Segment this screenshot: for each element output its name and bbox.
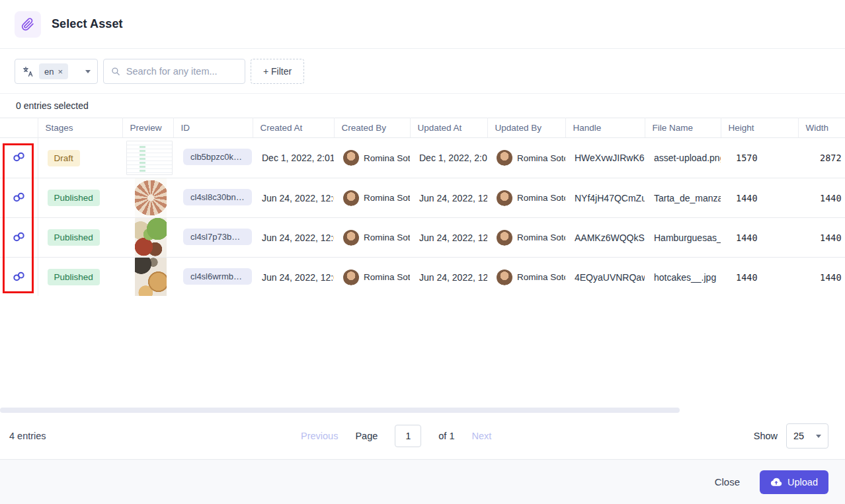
selection-status: 0 entries selected — [0, 94, 845, 118]
handle-cell: AAMKz6WQQkSpx — [565, 218, 645, 258]
stage-badge: Published — [48, 269, 100, 285]
asset-preview-thumbnail[interactable] — [135, 178, 167, 217]
avatar — [497, 190, 512, 206]
created-at-cell: Jun 24, 2022, 12:00 PM — [253, 178, 334, 218]
upload-button[interactable]: Upload — [760, 470, 828, 494]
horizontal-scrollbar[interactable] — [0, 408, 680, 413]
table-row[interactable]: Published cl4sl6wrmbua... Jun 24, 2022, … — [0, 258, 845, 297]
asset-id-chip[interactable]: cl4sl6wrmbua... — [183, 268, 252, 285]
user-name: Romina Soto — [517, 193, 565, 203]
stage-badge: Published — [48, 229, 100, 246]
column-header-updated-at[interactable]: Updated At — [410, 118, 487, 138]
width-cell: 1440 — [798, 218, 845, 258]
search-box[interactable] — [103, 59, 245, 84]
table-row[interactable]: Published cl4sl7p73bn9c... Jun 24, 2022,… — [0, 218, 845, 258]
action-bar: Close Upload — [0, 459, 845, 504]
width-cell: 2872 — [798, 138, 845, 178]
column-header-stages[interactable]: Stages — [38, 118, 122, 138]
locale-select[interactable]: en × — [15, 59, 98, 84]
created-by-cell: Romina Soto — [334, 138, 410, 178]
filter-button[interactable]: + Filter — [251, 59, 304, 84]
close-button[interactable]: Close — [715, 476, 740, 487]
previous-page-button[interactable]: Previous — [301, 431, 338, 441]
avatar — [497, 230, 512, 246]
column-header-created-at[interactable]: Created At — [253, 118, 334, 138]
asset-id-chip[interactable]: cl4sl7p73bn9c... — [183, 229, 252, 245]
toolbar: en × + Filter — [0, 50, 845, 94]
updated-at-cell: Jun 24, 2022, 12:00 PM — [410, 258, 487, 297]
chevron-down-icon — [85, 70, 91, 73]
file-name-cell: asset-upload.png — [645, 138, 721, 178]
updated-by-cell: Romina Soto — [487, 258, 565, 297]
width-cell: 1440 — [798, 178, 845, 218]
asset-id-chip[interactable]: clb5bpzc0kafx... — [183, 149, 252, 165]
page-size-value: 25 — [793, 431, 804, 441]
entries-count: 4 entries — [9, 419, 46, 452]
close-icon[interactable]: × — [58, 67, 63, 76]
table-row[interactable]: Published cl4sl8c30bnmi... Jun 24, 2022,… — [0, 178, 845, 218]
updated-by-cell: Romina Soto — [487, 178, 565, 218]
locale-chip[interactable]: en × — [39, 63, 68, 79]
upload-button-label: Upload — [787, 477, 818, 487]
user-name: Romina Soto — [364, 153, 410, 163]
asset-id-chip[interactable]: cl4sl8c30bnmi... — [183, 189, 252, 205]
pagination-bar: 4 entries Previous Page of 1 Next Show 2… — [0, 419, 845, 452]
column-header-handle[interactable]: Handle — [565, 118, 645, 138]
updated-by-cell: Romina Soto — [487, 218, 565, 258]
avatar — [497, 150, 512, 166]
pager: Previous Page of 1 Next — [301, 419, 491, 452]
page-size-control: Show 25 — [754, 419, 828, 452]
locale-chip-label: en — [44, 67, 54, 77]
column-header-height[interactable]: Height — [721, 118, 798, 138]
height-cell: 1440 — [721, 218, 798, 258]
asset-preview-thumbnail[interactable] — [135, 258, 167, 296]
link-icon[interactable] — [12, 230, 26, 244]
link-icon[interactable] — [12, 270, 26, 283]
column-header-file-name[interactable]: File Name — [645, 118, 721, 138]
avatar — [343, 270, 359, 285]
link-icon[interactable] — [12, 190, 26, 204]
column-header-preview[interactable]: Preview — [122, 118, 173, 138]
avatar — [343, 230, 359, 246]
dialog-title: Select Asset — [52, 17, 123, 31]
handle-cell: 4EQyaUVNRQaws — [565, 258, 645, 297]
page-of-label: of 1 — [438, 431, 454, 441]
user-name: Romina Soto — [517, 233, 565, 242]
asset-dialog-badge — [15, 11, 41, 38]
handle-cell: HWeXvwJIRwK6Cl — [565, 138, 645, 178]
chevron-down-icon — [816, 435, 821, 438]
translate-icon — [22, 65, 34, 78]
page-input[interactable] — [395, 425, 421, 447]
width-cell: 1440 — [798, 258, 845, 297]
show-label: Show — [754, 431, 778, 441]
column-header-id[interactable]: ID — [173, 118, 253, 138]
avatar — [497, 270, 512, 285]
created-at-cell: Dec 1, 2022, 2:01 PM — [253, 138, 334, 178]
page-size-select[interactable]: 25 — [786, 423, 828, 449]
link-icon[interactable] — [12, 150, 26, 164]
user-name: Romina Soto — [364, 193, 410, 203]
asset-preview-thumbnail[interactable] — [135, 218, 167, 257]
table-row[interactable]: Draft clb5bpzc0kafx... Dec 1, 2022, 2:01… — [0, 138, 845, 178]
file-name-cell: hotcakes__.jpg — [645, 258, 721, 297]
column-header-link — [0, 118, 38, 138]
column-header-created-by[interactable]: Created By — [334, 118, 410, 138]
created-by-cell: Romina Soto — [334, 218, 410, 258]
created-at-cell: Jun 24, 2022, 12:00 PM — [253, 218, 334, 258]
avatar — [343, 190, 359, 206]
table-header-row: Stages Preview ID Created At Created By … — [0, 118, 845, 138]
created-by-cell: Romina Soto — [334, 258, 410, 297]
height-cell: 1440 — [721, 178, 798, 218]
column-header-width[interactable]: Width — [798, 118, 845, 138]
next-page-button[interactable]: Next — [471, 431, 491, 441]
created-at-cell: Jun 24, 2022, 12:00 PM — [253, 258, 334, 297]
created-by-cell: Romina Soto — [334, 178, 410, 218]
updated-by-cell: Romina Soto — [487, 138, 565, 178]
asset-preview-thumbnail[interactable] — [126, 141, 173, 175]
user-name: Romina Soto — [364, 272, 410, 282]
search-input[interactable] — [126, 66, 238, 77]
user-name: Romina Soto — [517, 153, 565, 163]
column-header-updated-by[interactable]: Updated By — [487, 118, 565, 138]
page-label: Page — [355, 431, 378, 441]
updated-at-cell: Jun 24, 2022, 12:00 PM — [410, 218, 487, 258]
